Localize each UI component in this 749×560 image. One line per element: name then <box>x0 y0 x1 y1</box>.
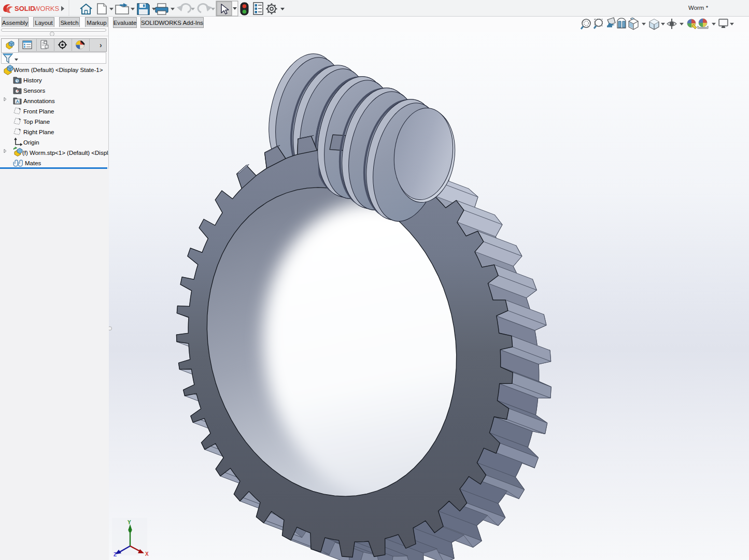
svg-text:›: › <box>100 41 102 49</box>
svg-text:A: A <box>16 99 19 104</box>
